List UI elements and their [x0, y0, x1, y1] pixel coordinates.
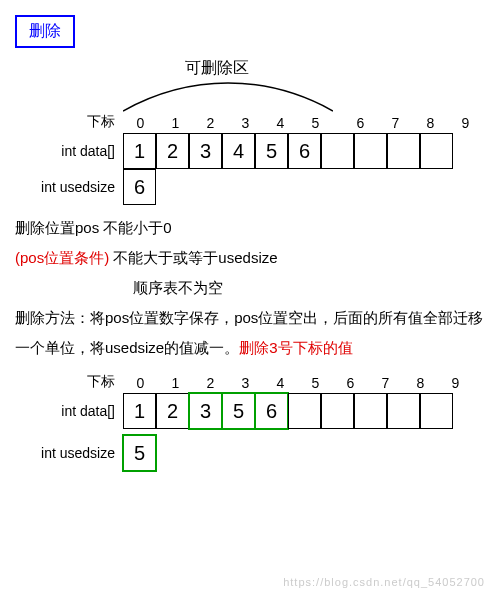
data-cell: 3: [189, 133, 222, 169]
region-label: 可删除区: [185, 58, 249, 79]
usedsize-row-before: int usedsize 6: [15, 169, 156, 205]
rule-line: 顺序表不为空: [15, 273, 485, 303]
data-cell: [420, 133, 453, 169]
data-cell: 2: [156, 393, 189, 429]
cond-label: (pos位置条件): [15, 249, 109, 266]
idx-cell: 2: [193, 375, 228, 391]
red-note: 删除3号下标的值: [239, 339, 352, 356]
method-text: 删除方法：将pos位置数字保存，pos位置空出，后面的所有值全部迁移一个单位，将…: [15, 303, 485, 363]
usedsize-cell: 6: [123, 169, 156, 205]
data-cell: 5: [255, 133, 288, 169]
idx-cell: 5: [298, 115, 333, 131]
idx-cell: 7: [368, 375, 403, 391]
data-cell-green: 3: [189, 393, 222, 429]
idx-cell: 6: [343, 115, 378, 131]
idx-cell: 0: [123, 375, 158, 391]
diagram-before: 可删除区 下标 0 1 2 3 4 5 6 7 8 9 int data[] 1…: [15, 58, 485, 198]
idx-cell: 9: [438, 375, 473, 391]
data-cell: [387, 133, 420, 169]
title-text: 删除: [29, 22, 61, 39]
data-cell: [354, 133, 387, 169]
index-row-before: 下标 0 1 2 3 4 5 6 7 8 9: [15, 113, 483, 131]
idx-cell: 1: [158, 375, 193, 391]
data-row-after: int data[] 1 2 3 5 6: [15, 393, 453, 429]
rule-text: 不能大于或等于usedsize: [113, 249, 277, 266]
index-label: 下标: [15, 373, 123, 391]
idx-cell: 8: [413, 115, 448, 131]
idx-cell: 4: [263, 375, 298, 391]
brace-icon: [123, 78, 333, 113]
usedsize-label: int usedsize: [15, 445, 123, 461]
data-cell: 6: [288, 133, 321, 169]
index-label: 下标: [15, 113, 123, 131]
data-cell: [288, 393, 321, 429]
data-cell: [321, 133, 354, 169]
rule-line: 删除位置pos 不能小于0: [15, 213, 485, 243]
idx-cell: 1: [158, 115, 193, 131]
data-cell: [387, 393, 420, 429]
idx-cell: 0: [123, 115, 158, 131]
data-cell: 4: [222, 133, 255, 169]
data-cell: 1: [123, 133, 156, 169]
data-cell: [420, 393, 453, 429]
data-cell: 2: [156, 133, 189, 169]
rule-line: (pos位置条件) 不能大于或等于usedsize: [15, 243, 485, 273]
diagram-after: 下标 0 1 2 3 4 5 6 7 8 9 int data[] 1 2 3 …: [15, 373, 485, 483]
idx-cell: 3: [228, 375, 263, 391]
data-label: int data[]: [15, 403, 123, 419]
rule-text: 顺序表不为空: [133, 279, 223, 296]
data-label: int data[]: [15, 143, 123, 159]
idx-cell: 2: [193, 115, 228, 131]
idx-cell: 9: [448, 115, 483, 131]
title-box: 删除: [15, 15, 75, 48]
rules-block: 删除位置pos 不能小于0 (pos位置条件) 不能大于或等于usedsize …: [15, 213, 485, 363]
usedsize-cell-green: 5: [123, 435, 156, 471]
idx-cell: 6: [333, 375, 368, 391]
data-cell-green: 5: [222, 393, 255, 429]
idx-cell: 5: [298, 375, 333, 391]
index-row-after: 下标 0 1 2 3 4 5 6 7 8 9: [15, 373, 473, 391]
data-cell: 1: [123, 393, 156, 429]
data-cell-green: 6: [255, 393, 288, 429]
idx-cell: 4: [263, 115, 298, 131]
usedsize-label: int usedsize: [15, 179, 123, 195]
data-cell: [354, 393, 387, 429]
data-row-before: int data[] 1 2 3 4 5 6: [15, 133, 453, 169]
idx-cell: 3: [228, 115, 263, 131]
data-cell: [321, 393, 354, 429]
usedsize-row-after: int usedsize 5: [15, 435, 156, 471]
idx-cell: 8: [403, 375, 438, 391]
idx-cell: 7: [378, 115, 413, 131]
